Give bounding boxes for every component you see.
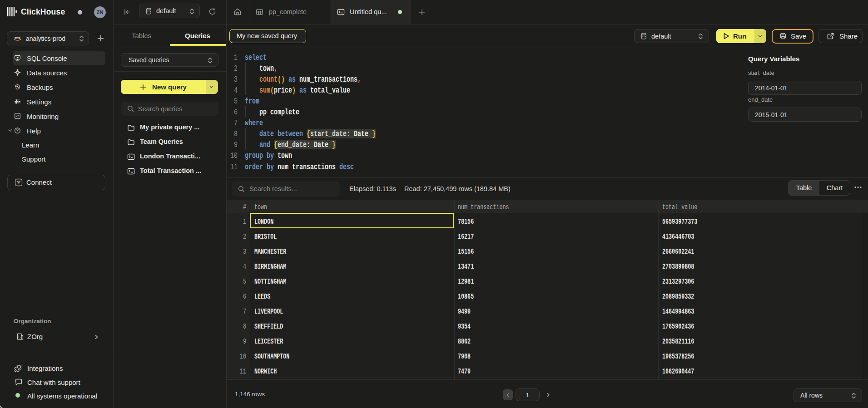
svg-text:aws: aws: [15, 36, 20, 39]
